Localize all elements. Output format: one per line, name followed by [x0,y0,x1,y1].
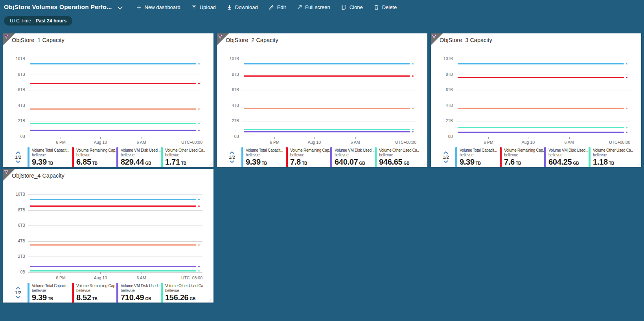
pencil-icon [269,4,274,10]
x-axis-label: 6 PM [56,275,66,280]
legend-unit: GB [573,161,579,165]
chevron-down-icon[interactable] [117,4,123,11]
tile-resize-grip[interactable] [636,162,640,166]
legend-resource-name: bellevue [121,153,161,158]
utc-time-filter-pill[interactable]: UTC Time : Past 24 hours [4,16,72,26]
button-label: Edit [277,4,286,10]
tile-resize-grip[interactable] [422,162,427,166]
legend-page-up-button[interactable] [228,151,236,154]
series-line-vm-disk [458,132,624,133]
button-label: Download [235,4,258,10]
legend-item-total[interactable]: Volume Total Capacit... bellevue 9.39 TB [241,147,286,167]
legend-item-remaining[interactable]: Volume Remaining Cap... bellevue 8.52 TB [72,283,116,303]
x-axis-tick [488,137,489,139]
legend-item-other-used[interactable]: Volume Other Used Ca... bellevue 156.26 … [161,283,205,303]
legend-page-down-button[interactable] [14,160,22,163]
legend-metric-name: Volume Other Used Ca... [379,148,419,153]
gridline [28,75,202,75]
legend-resource-name: bellevue [335,153,375,158]
tile-resize-grip[interactable] [208,162,213,166]
legend-value: 710.49 [121,293,144,302]
y-axis-label: 8TB [217,72,239,77]
legend-item-remaining[interactable]: Volume Remaining Cap... bellevue 7.8 TB [286,147,330,167]
legend-unit: TB [181,161,186,165]
series-line-vm-disk [30,130,196,131]
legend-item-other-used[interactable]: Volume Other Used Ca... bellevue 1.71 TB [161,147,205,167]
legend-page-down-button[interactable] [14,295,22,299]
x-axis-label: 6 PM [56,140,66,145]
series-line-remaining [30,83,196,84]
legend-page-indicator: 1/2 [229,154,235,160]
legend-color-bar [72,283,74,303]
new-dashboard-button[interactable]: New dashboard [136,4,180,10]
legend-texts: Volume Total Capacit... bellevue 9.39 TB [32,147,69,167]
legend-item-total[interactable]: Volume Total Capacit... bellevue 9.39 TB [28,147,72,167]
legend-unit: TB [92,161,98,165]
x-axis-label: 6 AM [565,140,574,145]
full-screen-button[interactable]: Full screen [296,4,330,10]
legend-page-up-button[interactable] [14,151,22,154]
series-line-total [458,63,624,64]
y-axis-label: 10TB [3,57,25,61]
legend-value: 829.44 [121,158,144,167]
upload-button[interactable]: Upload [191,4,216,10]
clone-button[interactable]: Clone [341,4,363,10]
dashboard-title-menu[interactable]: ObjStore Volumes Operation Perfo... [4,4,112,11]
legend-resource-name: bellevue [32,153,69,158]
legend-color-bar [589,147,591,167]
legend-texts: Volume Total Capacit... bellevue 9.39 TB [246,147,283,167]
legend-item-vm-disk[interactable]: Volume VM Disk Used ... bellevue 829.44 … [116,147,161,167]
legend-item-other-used[interactable]: Volume Other Used Ca... bellevue 946.65 … [375,147,419,167]
gridline [28,241,202,242]
series-endpoint-dot-total [198,199,200,200]
chart-plot-area: 6 PMAug 106 AMUTC+08:00 [242,59,416,137]
series-line-other-used [30,123,196,124]
gridline [28,137,202,137]
legend-resource-name: bellevue [246,153,283,158]
delete-button[interactable]: Delete [374,4,397,10]
legend-item-vm-disk[interactable]: Volume VM Disk Used ... bellevue 710.49 … [116,283,161,303]
series-endpoint-dot-remaining [198,205,200,207]
download-button[interactable]: Download [226,4,258,10]
legend-item-remaining[interactable]: Volume Remaining Cap... bellevue 6.85 TB [72,147,116,167]
legend-color-bar [286,147,288,167]
button-label: Delete [382,4,397,10]
y-axis-label: 2TB [217,119,239,123]
y-axis-label: 6TB [3,88,25,92]
legend-value-row: 156.26 GB [165,293,205,302]
plus-icon [136,4,142,10]
tile-objstore-1: ObjStore_1 Capacity 6 PMAug 106 AMUTC+08… [3,33,213,167]
legend-texts: Volume VM Disk Used ... bellevue 710.49 … [121,283,161,303]
edit-button[interactable]: Edit [269,4,286,10]
legend-item-total[interactable]: Volume Total Capacit... bellevue 9.39 TB [28,283,72,303]
legend-page-down-button[interactable] [228,160,236,163]
series-endpoint-dot-vm-disk [198,266,200,267]
series-line-total [30,199,196,200]
series-endpoint-dot-other-used [198,123,200,124]
legend-item-vm-disk[interactable]: Volume VM Disk Used ... bellevue 640.07 … [330,147,375,167]
legend-page-up-button[interactable] [442,151,450,154]
tile-objstore-2: ObjStore_2 Capacity 6 PMAug 106 AMUTC+08… [217,33,427,167]
gridline [28,121,202,121]
clone-icon [341,4,347,10]
legend-resource-name: bellevue [121,288,161,293]
legend-value: 604.25 [548,158,572,167]
legend-metric-name: Volume VM Disk Used ... [121,148,161,153]
legend-item-total[interactable]: Volume Total Capacit... bellevue 9.39 TB [455,147,500,167]
x-axis-label: 6 AM [137,275,146,280]
legend-value-row: 9.39 TB [460,158,497,167]
legend-pager: 1/2 [9,283,28,303]
legend-item-vm-disk[interactable]: Volume VM Disk Used ... bellevue 604.25 … [544,147,589,167]
legend-item-remaining[interactable]: Volume Remaining Cap... bellevue 7.6 TB [500,147,544,167]
legend-unit: TB [609,161,614,165]
legend-color-bar [161,283,163,303]
legend-page-down-button[interactable] [442,160,450,163]
tile-resize-grip[interactable] [208,297,213,302]
button-label: New dashboard [145,4,180,10]
gridline [28,90,202,90]
x-axis-tick [314,137,315,139]
legend-page-up-button[interactable] [14,286,22,290]
legend-metric-name: Volume Total Capacit... [32,283,69,288]
legend-item-other-used[interactable]: Volume Other Used Ca... bellevue 1.18 TB [589,147,633,167]
legend-page-indicator: 1/2 [443,154,449,160]
